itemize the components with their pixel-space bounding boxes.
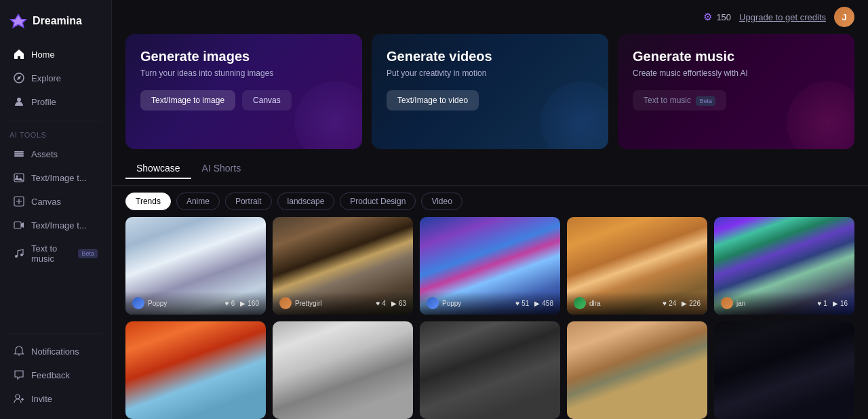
- user-avatar-prettygirl: [279, 297, 292, 309]
- sidebar-item-canvas[interactable]: Canvas: [4, 190, 107, 213]
- svg-rect-7: [14, 155, 24, 157]
- filter-video[interactable]: Video: [421, 193, 462, 210]
- grid-item-7[interactable]: [273, 321, 413, 419]
- text-to-music-button[interactable]: Text to music Beta: [633, 90, 726, 111]
- views-count-5: 16: [840, 300, 848, 307]
- hero-card-images-subtitle: Turn your ideas into stunning images: [140, 68, 347, 78]
- grid-item-2-stats: ♥ 4 ▶ 63: [376, 300, 406, 307]
- likes-stat-1: ♥ 6: [225, 300, 235, 307]
- hero-card-music-title: Generate music: [633, 49, 840, 64]
- svg-point-14: [16, 395, 20, 399]
- sidebar-item-home-label: Home: [31, 49, 55, 60]
- grid-item-1-user: Poppy: [132, 297, 167, 309]
- sidebar-item-text-image-1[interactable]: Text/Image t...: [4, 166, 107, 189]
- filter-product-design[interactable]: Product Design: [340, 193, 416, 210]
- sidebar-item-profile[interactable]: Profile: [4, 90, 107, 113]
- sidebar-item-feedback-label: Feedback: [31, 370, 70, 380]
- grid-image-cute-robot: dlra ♥ 24 ▶ 226: [567, 217, 707, 315]
- hero-card-images-title: Generate images: [140, 49, 347, 64]
- grid-item-5-overlay: jan ♥ 1 ▶ 16: [714, 292, 854, 315]
- sidebar-item-text-image-2[interactable]: Text/Image t...: [4, 214, 107, 237]
- svg-point-4: [17, 98, 21, 102]
- likes-stat-2: ♥ 4: [376, 300, 386, 307]
- filter-landscape[interactable]: landscape: [277, 193, 335, 210]
- sidebar-item-notifications[interactable]: Notifications: [4, 340, 107, 363]
- grid-item-4[interactable]: dlra ♥ 24 ▶ 226: [567, 217, 707, 315]
- user-avatar-jan: [721, 297, 733, 309]
- svg-point-13: [20, 254, 23, 256]
- svg-rect-11: [14, 222, 21, 228]
- grid-item-1[interactable]: Poppy ♥ 6 ▶ 160: [125, 217, 266, 315]
- text-image-to-video-button[interactable]: Text/Image to video: [387, 90, 479, 111]
- avatar[interactable]: J: [834, 7, 854, 27]
- grid-item-3[interactable]: Poppy ♥ 51 ▶ 458: [420, 217, 560, 315]
- grid-item-10[interactable]: [714, 321, 854, 419]
- svg-point-12: [15, 255, 18, 258]
- sidebar-item-profile-label: Profile: [31, 97, 56, 107]
- eye-icon-3: ▶: [534, 300, 540, 307]
- grid-image-leaves: [125, 321, 266, 419]
- user-name-dlra: dlra: [589, 300, 601, 307]
- logo-area: Dreamina: [0, 8, 111, 41]
- text-music-beta-badge: Beta: [78, 249, 98, 258]
- heart-icon-4: ♥: [663, 300, 667, 307]
- svg-rect-5: [14, 151, 24, 153]
- sidebar-bottom: Notifications Feedback Invite: [0, 328, 111, 411]
- hero-card-images: Generate images Turn your ideas into stu…: [125, 34, 362, 149]
- canvas-button[interactable]: Canvas: [242, 90, 292, 111]
- logo-text: Dreamina: [33, 15, 82, 27]
- tab-showcase[interactable]: Showcase: [125, 159, 191, 179]
- svg-marker-3: [17, 76, 21, 80]
- filter-anime[interactable]: Anime: [176, 193, 220, 210]
- grid-item-2[interactable]: Prettygirl ♥ 4 ▶ 63: [273, 217, 413, 315]
- message-icon: [14, 370, 24, 380]
- filter-bar: Trends Anime Portrait landscape Product …: [112, 186, 868, 217]
- tab-bar: Showcase AI Shorts: [112, 159, 868, 186]
- grid-item-5[interactable]: jan ♥ 1 ▶ 16: [714, 217, 854, 315]
- views-count-3: 458: [542, 300, 553, 307]
- likes-stat-5: ♥ 1: [817, 300, 827, 307]
- grid-item-2-overlay: Prettygirl ♥ 4 ▶ 63: [273, 292, 413, 315]
- filter-portrait[interactable]: Portrait: [225, 193, 272, 210]
- eye-icon-4: ▶: [682, 300, 687, 307]
- user-icon: [14, 96, 24, 107]
- hero-card-videos-subtitle: Put your creativity in motion: [387, 68, 593, 78]
- sidebar-item-feedback[interactable]: Feedback: [4, 363, 107, 386]
- sidebar-item-text-music-label: Text to music: [31, 243, 68, 264]
- sidebar-item-invite[interactable]: Invite: [4, 387, 107, 410]
- sidebar-item-text-image-2-label: Text/Image t...: [31, 220, 87, 231]
- grid-item-3-stats: ♥ 51 ▶ 458: [515, 300, 553, 307]
- layers-icon: [14, 148, 24, 159]
- user-name-jan: jan: [736, 300, 745, 307]
- logo-icon: [9, 12, 27, 30]
- grid-item-3-user: Poppy: [427, 297, 461, 309]
- sidebar-item-assets[interactable]: Assets: [4, 142, 107, 165]
- sidebar-item-assets-label: Assets: [31, 149, 58, 159]
- sidebar-item-text-music[interactable]: Text to music Beta: [4, 237, 107, 270]
- likes-count-5: 1: [823, 300, 827, 307]
- grid-item-8[interactable]: [420, 321, 560, 419]
- grid-item-1-stats: ♥ 6 ▶ 160: [225, 300, 259, 307]
- user-avatar-poppy: [132, 297, 144, 309]
- sidebar-item-home[interactable]: Home: [4, 43, 107, 66]
- heart-icon-1: ♥: [225, 300, 229, 307]
- sidebar-item-canvas-label: Canvas: [31, 197, 61, 207]
- text-image-to-image-button[interactable]: Text/Image to image: [140, 90, 235, 111]
- grid-item-5-stats: ♥ 1 ▶ 16: [817, 300, 848, 307]
- grid-image-cyber-girl: Poppy ♥ 51 ▶ 458: [420, 217, 560, 315]
- sidebar-item-explore[interactable]: Explore: [4, 66, 107, 89]
- likes-stat-3: ♥ 51: [515, 300, 529, 307]
- grid-item-9[interactable]: [567, 321, 707, 419]
- tab-ai-shorts[interactable]: AI Shorts: [191, 159, 252, 179]
- likes-stat-4: ♥ 24: [663, 300, 676, 307]
- grid-item-1-overlay: Poppy ♥ 6 ▶ 160: [125, 292, 266, 315]
- filter-trends[interactable]: Trends: [125, 193, 171, 210]
- sidebar-item-invite-label: Invite: [31, 394, 52, 404]
- views-count-1: 160: [248, 300, 259, 307]
- ai-tools-label: AI tools: [0, 127, 111, 140]
- music-beta-badge: Beta: [696, 96, 715, 106]
- grid-item-6[interactable]: [125, 321, 266, 419]
- credits-display: ⚙ 150: [703, 11, 731, 23]
- hero-cards: Generate images Turn your ideas into stu…: [112, 34, 868, 159]
- upgrade-button[interactable]: Upgrade to get credits: [739, 12, 826, 22]
